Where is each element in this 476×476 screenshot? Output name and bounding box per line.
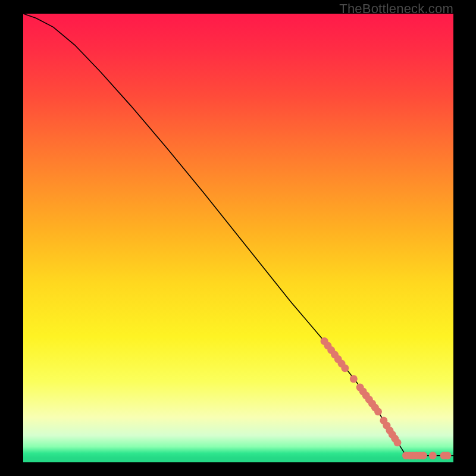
data-marker — [409, 452, 417, 459]
data-marker — [416, 452, 424, 459]
curve-line — [23, 14, 453, 456]
data-marker — [380, 416, 387, 424]
data-marker — [402, 452, 410, 459]
data-marker — [412, 452, 420, 459]
data-marker — [386, 427, 394, 434]
data-marker — [368, 400, 376, 408]
data-marker — [324, 342, 331, 350]
data-marker — [391, 435, 399, 443]
plot-area — [23, 14, 453, 462]
data-marker — [359, 387, 367, 395]
data-marker — [356, 384, 364, 392]
data-marker — [443, 452, 451, 459]
data-marker — [374, 408, 382, 415]
data-marker — [429, 452, 437, 459]
data-marker — [419, 452, 427, 459]
data-marker — [362, 392, 370, 399]
data-marker — [321, 337, 328, 345]
data-marker — [334, 355, 342, 363]
data-marker — [383, 422, 390, 430]
chart-frame: TheBottleneck.com — [0, 0, 476, 476]
data-marker — [365, 396, 373, 403]
data-marker — [341, 364, 349, 372]
data-marker — [440, 452, 448, 459]
marker-group — [321, 337, 452, 459]
data-marker — [406, 452, 414, 459]
data-marker — [394, 439, 402, 446]
data-marker — [350, 375, 358, 383]
data-marker — [371, 404, 379, 412]
data-marker — [331, 351, 339, 359]
data-marker — [389, 431, 396, 439]
data-marker — [338, 360, 346, 368]
curve-svg — [23, 14, 453, 462]
data-marker — [327, 346, 335, 354]
